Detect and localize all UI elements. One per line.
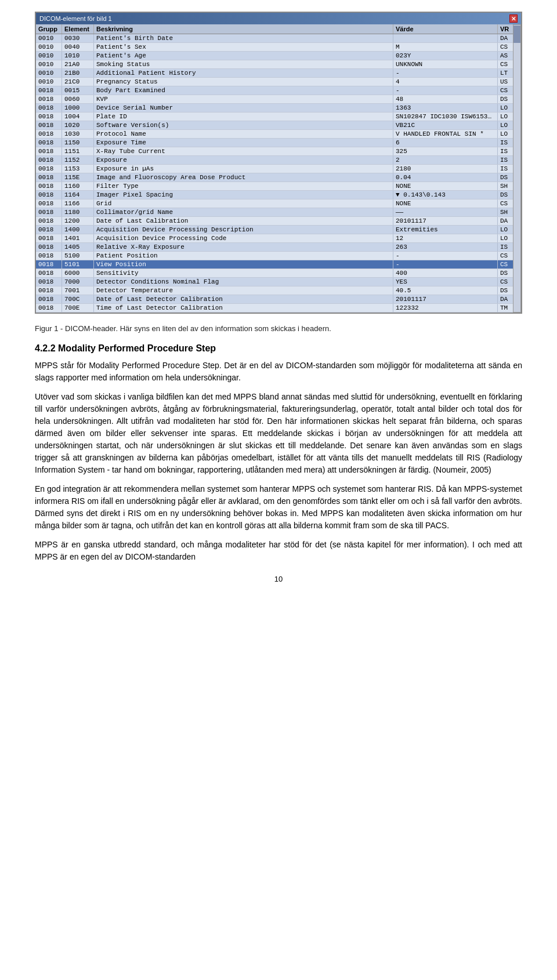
page-number: 10 <box>35 575 522 583</box>
table-row[interactable]: 00100030Patient's Birth DateDA <box>36 34 521 43</box>
cell-grupp: 0018 <box>36 156 62 164</box>
cell-element: 1000 <box>62 104 94 112</box>
cell-beskrivning: Patient's Age <box>94 52 393 60</box>
cell-varde: 1363 <box>393 104 498 112</box>
cell-element: 1010 <box>62 52 94 60</box>
cell-grupp: 0018 <box>36 173 62 182</box>
table-row[interactable]: 00100040Patient's SexMCS <box>36 43 521 52</box>
table-row[interactable]: 00187001Detector Temperature40.5DS <box>36 286 521 295</box>
table-row[interactable]: 00181400Acquisition Device Processing De… <box>36 226 521 234</box>
cell-beskrivning: Acquisition Device Processing Code <box>94 234 393 242</box>
close-button[interactable]: ✕ <box>509 14 518 23</box>
table-row[interactable]: 00181004Plate IDSN102847 IDC1030 ISW6153… <box>36 112 521 121</box>
cell-element: 1150 <box>62 139 94 147</box>
cell-grupp: 0018 <box>36 286 62 295</box>
table-row[interactable]: 00181164Imager Pixel Spacing▼ 0.143\0.14… <box>36 191 521 199</box>
cell-element: 1004 <box>62 112 94 121</box>
table-row[interactable]: 00181405Relative X-Ray Exposure263IS <box>36 243 521 252</box>
table-row[interactable]: 00181150Exposure Time6IS <box>36 139 521 147</box>
cell-element: 1405 <box>62 243 94 251</box>
cell-varde: ▼ 0.143\0.143 <box>393 191 498 199</box>
cell-beskrivning: Smoking Status <box>94 60 393 68</box>
cell-varde: 325 <box>393 147 498 155</box>
cell-beskrivning: Date of Last Detector Calibration <box>94 295 393 303</box>
cell-element: 6000 <box>62 269 94 277</box>
cell-varde: M <box>393 43 498 51</box>
cell-grupp: 0018 <box>36 182 62 190</box>
table-row[interactable]: 00181166GridNONECS <box>36 199 521 208</box>
cell-beskrivning: Body Part Examined <box>94 86 393 95</box>
table-row[interactable]: 00180015Body Part Examined-CS <box>36 86 521 95</box>
cell-varde: 12 <box>393 234 498 242</box>
header-element: Element <box>62 24 94 34</box>
table-row[interactable]: 00180060KVP48DS <box>36 95 521 104</box>
dicom-window: DICOM-element för bild 1 ✕ Grupp Element… <box>35 12 522 314</box>
header-varde: Värde <box>393 24 498 34</box>
scrollbar-thumb[interactable] <box>513 26 520 43</box>
table-row[interactable]: 00187000Detector Conditions Nominal Flag… <box>36 278 521 286</box>
table-row[interactable]: 00181020Software Version(s)VB21CLO <box>36 121 521 130</box>
table-row[interactable]: 0018700ETime of Last Detector Calibratio… <box>36 304 521 313</box>
cell-beskrivning: Time of Last Detector Calibration <box>94 304 393 312</box>
scrollbar[interactable] <box>513 24 521 313</box>
cell-grupp: 0018 <box>36 165 62 173</box>
cell-varde: 20101117 <box>393 217 498 225</box>
table-row[interactable]: 00185100Patient Position-CS <box>36 252 521 260</box>
table-row[interactable]: 0018700CDate of Last Detector Calibratio… <box>36 295 521 304</box>
body-text-container: MPPS står för Modality Performed Procedu… <box>35 360 522 563</box>
cell-element: 1160 <box>62 182 94 190</box>
table-header: Grupp Element Beskrivning Värde VR <box>36 24 521 34</box>
cell-element: 1180 <box>62 208 94 216</box>
cell-grupp: 0018 <box>36 191 62 199</box>
cell-grupp: 0010 <box>36 60 62 68</box>
cell-varde: NONE <box>393 182 498 190</box>
cell-grupp: 0018 <box>36 139 62 147</box>
cell-varde: - <box>393 260 498 268</box>
table-row[interactable]: 00186000Sensitivity400DS <box>36 269 521 278</box>
cell-beskrivning: Sensitivity <box>94 269 393 277</box>
cell-element: 21C0 <box>62 78 94 86</box>
cell-varde: UNKNOWN <box>393 60 498 68</box>
cell-beskrivning: Device Serial Number <box>94 104 393 112</box>
table-row[interactable]: 00185101View Position-CS <box>36 260 521 269</box>
table-row[interactable]: 00181180Collimator/grid Name——SH <box>36 208 521 217</box>
cell-element: 1152 <box>62 156 94 164</box>
table-row[interactable]: 001021B0Additional Patient History-LT <box>36 69 521 78</box>
cell-beskrivning: Exposure in µAs <box>94 165 393 173</box>
table-row[interactable]: 00181401Acquisition Device Processing Co… <box>36 234 521 243</box>
cell-varde: 20101117 <box>393 295 498 303</box>
cell-element: 21B0 <box>62 69 94 77</box>
cell-grupp: 0018 <box>36 260 62 268</box>
cell-grupp: 0018 <box>36 104 62 112</box>
cell-beskrivning: KVP <box>94 95 393 103</box>
table-row[interactable]: 00181030Protocol NameV HANDLED FRONTAL S… <box>36 130 521 139</box>
table-row[interactable]: 00181160Filter TypeNONESH <box>36 182 521 191</box>
table-row[interactable]: 00181152Exposure2IS <box>36 156 521 165</box>
table-row[interactable]: 00181151X-Ray Tube Current325IS <box>36 147 521 156</box>
cell-beskrivning: Date of Last Calibration <box>94 217 393 225</box>
cell-element: 1151 <box>62 147 94 155</box>
table-row[interactable]: 00181000Device Serial Number1363LO <box>36 104 521 112</box>
cell-varde: 122332 <box>393 304 498 312</box>
cell-grupp: 0018 <box>36 252 62 260</box>
cell-varde <box>393 34 498 42</box>
cell-grupp: 0010 <box>36 52 62 60</box>
cell-element: 0040 <box>62 43 94 51</box>
table-row[interactable]: 00181200Date of Last Calibration20101117… <box>36 217 521 226</box>
cell-varde: YES <box>393 278 498 286</box>
cell-varde: 2 <box>393 156 498 164</box>
table-row[interactable]: 00181153Exposure in µAs2180IS <box>36 165 521 173</box>
cell-grupp: 0018 <box>36 278 62 286</box>
table-row[interactable]: 00101010Patient's Age023YAS <box>36 52 521 60</box>
table-row[interactable]: 001021C0Pregnancy Status4US <box>36 78 521 86</box>
cell-varde: 263 <box>393 243 498 251</box>
section-heading: 4.2.2 Modality Performed Procedure Step <box>35 343 522 354</box>
cell-beskrivning: Acquisition Device Processing Descriptio… <box>94 226 393 234</box>
table-row[interactable]: 0018115EImage and Fluoroscopy Area Dose … <box>36 173 521 182</box>
table-row[interactable]: 001021A0Smoking StatusUNKNOWNCS <box>36 60 521 69</box>
cell-varde: - <box>393 69 498 77</box>
dicom-title: DICOM-element för bild 1 <box>39 15 112 22</box>
cell-varde: VB21C <box>393 121 498 129</box>
paragraph-2: En god integration är att rekommendera m… <box>35 483 522 532</box>
cell-grupp: 0018 <box>36 234 62 242</box>
